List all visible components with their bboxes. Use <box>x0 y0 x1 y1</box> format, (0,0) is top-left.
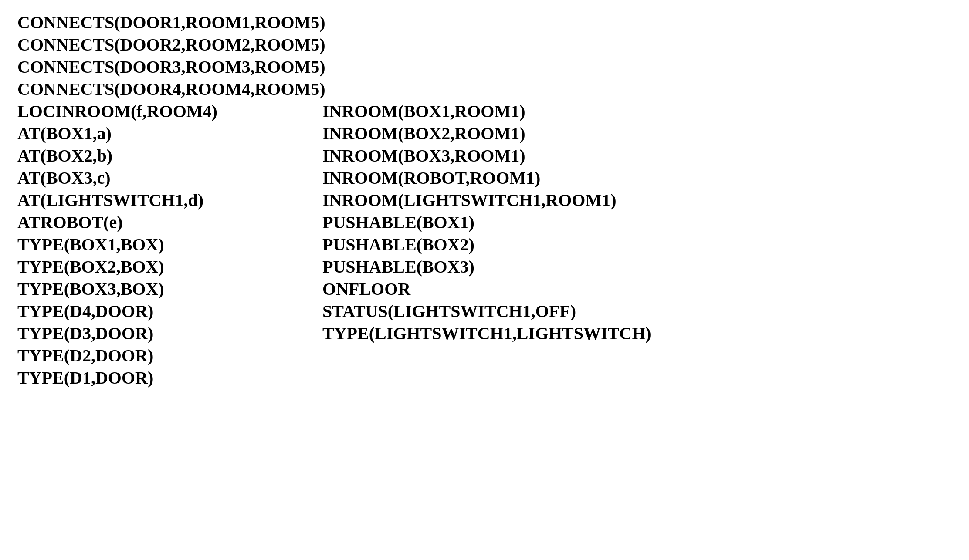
col-left-cell: LOCINROOM(f,ROOM4) <box>17 101 314 121</box>
content-area: CONNECTS(DOOR1,ROOM1,ROOM5)CONNECTS(DOOR… <box>17 12 952 390</box>
col-left-cell: TYPE(D3,DOOR) <box>17 323 314 344</box>
table-row: ATROBOT(e)PUSHABLE(BOX1) <box>17 212 952 233</box>
table-row: TYPE(BOX1,BOX)PUSHABLE(BOX2) <box>17 234 952 255</box>
col-left-cell: TYPE(BOX2,BOX) <box>17 256 314 277</box>
table-row: TYPE(BOX3,BOX)ONFLOOR <box>17 279 952 299</box>
table-row: AT(BOX1,a)INROOM(BOX2,ROOM1) <box>17 123 952 144</box>
table-row: AT(LIGHTSWITCH1,d)INROOM(LIGHTSWITCH1,RO… <box>17 190 952 210</box>
table-row: TYPE(D1,DOOR) <box>17 368 952 388</box>
page-container: CONNECTS(DOOR1,ROOM1,ROOM5)CONNECTS(DOOR… <box>17 12 952 390</box>
col-left-cell: TYPE(BOX1,BOX) <box>17 234 314 255</box>
col-left-cell: TYPE(BOX3,BOX) <box>17 279 314 299</box>
table-row: AT(BOX3,c)INROOM(ROBOT,ROOM1) <box>17 168 952 188</box>
col-right-cell: INROOM(BOX1,ROOM1) <box>322 101 525 121</box>
col-right-cell: ONFLOOR <box>322 279 410 299</box>
single-line-item: CONNECTS(DOOR1,ROOM1,ROOM5) <box>17 12 952 33</box>
table-row: TYPE(D2,DOOR) <box>17 345 952 366</box>
col-left-cell: TYPE(D4,DOOR) <box>17 301 314 321</box>
col-right-cell: STATUS(LIGHTSWITCH1,OFF) <box>322 301 576 321</box>
table-row: AT(BOX2,b)INROOM(BOX3,ROOM1) <box>17 145 952 166</box>
col-right-cell: PUSHABLE(BOX3) <box>322 256 474 277</box>
col-left-cell: ATROBOT(e) <box>17 212 314 233</box>
col-left-cell: AT(BOX2,b) <box>17 145 314 166</box>
col-right-cell: INROOM(LIGHTSWITCH1,ROOM1) <box>322 190 616 210</box>
single-line-item: CONNECTS(DOOR3,ROOM3,ROOM5) <box>17 57 952 77</box>
col-right-cell: PUSHABLE(BOX1) <box>322 212 474 233</box>
col-left-cell: TYPE(D2,DOOR) <box>17 345 314 366</box>
col-left-cell: AT(LIGHTSWITCH1,d) <box>17 190 314 210</box>
two-col-section: LOCINROOM(f,ROOM4)INROOM(BOX1,ROOM1)AT(B… <box>17 101 952 390</box>
table-row: TYPE(D4,DOOR)STATUS(LIGHTSWITCH1,OFF) <box>17 301 952 321</box>
col-right-cell: INROOM(BOX3,ROOM1) <box>322 145 525 166</box>
table-row: TYPE(BOX2,BOX)PUSHABLE(BOX3) <box>17 256 952 277</box>
col-right-cell: INROOM(BOX2,ROOM1) <box>322 123 525 144</box>
single-line-item: CONNECTS(DOOR2,ROOM2,ROOM5) <box>17 34 952 55</box>
col-right-cell: PUSHABLE(BOX2) <box>322 234 474 255</box>
single-line-item: CONNECTS(DOOR4,ROOM4,ROOM5) <box>17 79 952 99</box>
table-row: LOCINROOM(f,ROOM4)INROOM(BOX1,ROOM1) <box>17 101 952 121</box>
col-right-cell: INROOM(ROBOT,ROOM1) <box>322 168 540 188</box>
single-lines-section: CONNECTS(DOOR1,ROOM1,ROOM5)CONNECTS(DOOR… <box>17 12 952 101</box>
col-left-cell: AT(BOX1,a) <box>17 123 314 144</box>
table-row: TYPE(D3,DOOR)TYPE(LIGHTSWITCH1,LIGHTSWIT… <box>17 323 952 344</box>
col-left-cell: AT(BOX3,c) <box>17 168 314 188</box>
col-left-cell: TYPE(D1,DOOR) <box>17 368 314 388</box>
col-right-cell: TYPE(LIGHTSWITCH1,LIGHTSWITCH) <box>322 323 651 344</box>
